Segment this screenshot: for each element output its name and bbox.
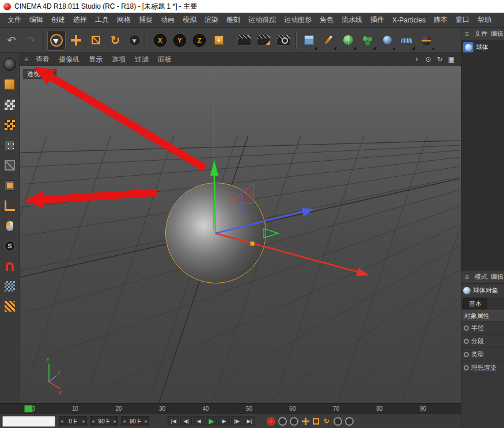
make-editable-button[interactable]: [3, 58, 17, 71]
zoom-view-icon[interactable]: ⊙: [423, 55, 433, 65]
rotate-tool-button[interactable]: ↻: [106, 30, 124, 51]
texture-axis-mode-button[interactable]: [3, 118, 17, 132]
last-tool-button[interactable]: [126, 30, 144, 51]
coordinate-system-button[interactable]: +: [210, 30, 228, 51]
record-position-button[interactable]: [301, 417, 310, 426]
attribute-tab-basic[interactable]: 基本: [463, 298, 487, 309]
render-picture-viewer-button[interactable]: [255, 30, 273, 51]
render-view-button[interactable]: [235, 30, 253, 51]
menu-item[interactable]: 角色: [316, 15, 338, 25]
environment-button[interactable]: [417, 30, 435, 51]
object-manager-menu-item[interactable]: 编辑: [489, 29, 504, 38]
menu-item[interactable]: 编辑: [25, 15, 47, 25]
viewport-menu-item[interactable]: 选项: [107, 55, 130, 65]
menu-item[interactable]: 运动图形: [280, 15, 316, 25]
lock-x-axis-button[interactable]: X: [151, 30, 169, 51]
menu-item[interactable]: X-Particles: [388, 16, 430, 24]
menu-item[interactable]: 窗口: [452, 15, 473, 25]
prev-frame-button[interactable]: ◀: [193, 416, 204, 426]
viewport-menu-item[interactable]: 面板: [153, 55, 176, 65]
sphere-object[interactable]: [165, 183, 266, 283]
points-mode-button[interactable]: [3, 138, 17, 152]
polygons-mode-button[interactable]: [3, 179, 17, 192]
autokeying-button[interactable]: [278, 417, 287, 426]
spline-pen-button[interactable]: [319, 30, 338, 51]
cube-primitive-button[interactable]: [300, 30, 318, 51]
goto-start-button[interactable]: |◀: [168, 416, 179, 426]
texture-mode-button[interactable]: [3, 98, 17, 112]
magnet-snap-button[interactable]: [3, 259, 17, 273]
property-row[interactable]: 分段: [461, 335, 504, 348]
attribute-manager-menu-item[interactable]: 模式: [473, 272, 489, 281]
stepper-right-icon[interactable]: ▸: [114, 418, 117, 424]
floor-button[interactable]: [397, 30, 416, 51]
keyframe-circle-icon[interactable]: [464, 365, 469, 370]
frame-field[interactable]: ◂ 0 F ▸: [59, 416, 87, 426]
stepper-right-icon[interactable]: ▸: [83, 418, 86, 424]
menu-item[interactable]: 插件: [366, 15, 388, 25]
viewport-solo-button[interactable]: [3, 219, 17, 233]
object-name[interactable]: 球体: [476, 43, 488, 52]
record-pla-button[interactable]: [345, 417, 354, 426]
scale-tool-button[interactable]: [86, 30, 105, 51]
record-parameter-button[interactable]: [334, 417, 342, 426]
attribute-manager-menu-item[interactable]: 编辑: [489, 272, 504, 281]
workplane-button[interactable]: [3, 279, 17, 293]
menu-item[interactable]: 创建: [47, 15, 69, 25]
record-rotation-button[interactable]: ↻: [322, 417, 331, 426]
next-frame-button[interactable]: ▶: [218, 416, 230, 426]
keyframe-circle-icon[interactable]: [464, 339, 469, 344]
timeline-ruler[interactable]: 0102030405060708090: [0, 403, 461, 414]
play-button[interactable]: ▶: [206, 416, 217, 426]
goto-end-button[interactable]: ▶|: [244, 416, 255, 426]
lock-y-axis-button[interactable]: Y: [170, 30, 189, 51]
menu-item[interactable]: 文件: [3, 15, 25, 25]
menu-item[interactable]: 捕捉: [135, 15, 157, 25]
menu-item[interactable]: 渲染: [200, 15, 222, 25]
pan-view-icon[interactable]: +: [412, 55, 422, 65]
object-manager-area[interactable]: [461, 54, 504, 271]
property-row[interactable]: 类型: [461, 348, 504, 361]
record-scale-button[interactable]: [313, 418, 319, 425]
rotate-view-icon[interactable]: ↻: [435, 55, 445, 65]
lock-z-axis-button[interactable]: Z: [190, 30, 209, 51]
toggle-view-icon[interactable]: ▣: [446, 55, 456, 65]
metaball-button[interactable]: [378, 30, 396, 51]
snap-s-button[interactable]: S: [3, 239, 17, 253]
model-mode-button[interactable]: [3, 78, 17, 92]
prev-key-button[interactable]: ◀|: [180, 416, 192, 426]
menu-item[interactable]: 模拟: [179, 15, 200, 25]
stepper-left-icon[interactable]: ◂: [92, 418, 94, 424]
live-selection-tool-button[interactable]: [47, 30, 66, 51]
next-key-button[interactable]: |▶: [231, 416, 242, 426]
redo-button[interactable]: ↷: [22, 30, 40, 51]
workplane-snap-button[interactable]: [3, 300, 17, 313]
render-settings-button[interactable]: [274, 30, 293, 51]
undo-button[interactable]: ↶: [2, 30, 21, 51]
move-tool-button[interactable]: [67, 30, 85, 51]
subdivision-surface-button[interactable]: [339, 30, 357, 51]
menu-item[interactable]: 雕刻: [222, 15, 244, 25]
edges-mode-button[interactable]: [3, 158, 17, 172]
frame-field[interactable]: ◂ 90 F ▸: [121, 416, 149, 426]
menu-item[interactable]: 工具: [91, 15, 113, 25]
timeline-handle[interactable]: [24, 405, 33, 412]
view-label[interactable]: 透视视图: [22, 69, 57, 79]
keyframe-selection-button[interactable]: [290, 417, 298, 426]
keyframe-circle-icon[interactable]: [464, 352, 469, 357]
menu-item[interactable]: 流水线: [338, 15, 366, 25]
bottom-left-field[interactable]: [2, 416, 55, 427]
sphere-object-icon[interactable]: [463, 42, 473, 52]
menu-item[interactable]: 动画: [157, 15, 179, 25]
menu-item[interactable]: 帮助: [473, 15, 495, 25]
menu-item[interactable]: 脚本: [430, 15, 452, 25]
enable-axis-button[interactable]: [3, 199, 17, 213]
object-manager-menu-item[interactable]: 文件: [473, 29, 489, 38]
perspective-viewport[interactable]: Y X Z 透视视图: [20, 66, 461, 403]
menu-item[interactable]: 运动跟踪: [244, 15, 280, 25]
object-row-sphere[interactable]: 球体: [461, 40, 504, 54]
stepper-left-icon[interactable]: ◂: [60, 418, 63, 424]
menu-item[interactable]: 选择: [69, 15, 91, 25]
property-row[interactable]: 半径: [461, 321, 504, 335]
viewport-menu-item[interactable]: 查看: [31, 55, 54, 65]
